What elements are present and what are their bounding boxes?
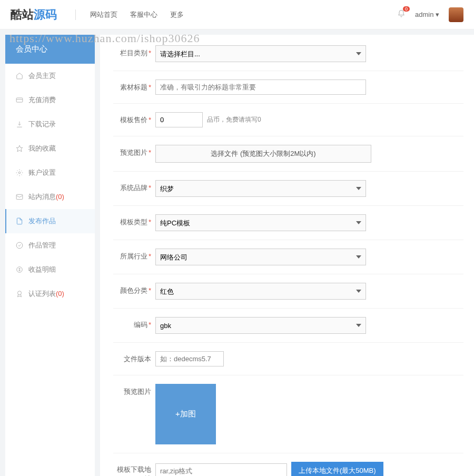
nav-service[interactable]: 客服中心	[130, 10, 157, 19]
credit-icon	[16, 96, 23, 104]
label-download: 模板下载地址	[113, 462, 155, 476]
svg-marker-2	[16, 145, 23, 152]
add-image-button[interactable]: +加图	[155, 384, 216, 444]
sidebar-item-8[interactable]: 收益明细	[5, 257, 95, 282]
download-icon	[16, 121, 23, 128]
check-icon	[16, 242, 23, 249]
logo[interactable]: 酷站源码	[11, 7, 57, 23]
sidebar-item-9[interactable]: 认证列表(0)	[5, 282, 95, 306]
input-price[interactable]	[155, 112, 203, 127]
gear-icon	[16, 169, 23, 176]
select-encoding[interactable]: gbk	[155, 317, 366, 334]
label-color: 颜色分类*	[113, 283, 155, 295]
home-icon	[16, 72, 23, 80]
select-color[interactable]: 红色	[155, 283, 366, 300]
svg-rect-0	[16, 98, 23, 102]
label-price: 模板售价*	[113, 112, 155, 125]
sidebar-item-label: 充值消费	[28, 95, 56, 105]
svg-rect-4	[16, 194, 23, 199]
sidebar-item-label: 会员主页	[28, 71, 56, 81]
nav-home[interactable]: 网站首页	[90, 10, 117, 19]
label-tpltype: 模板类型*	[113, 214, 155, 227]
main-form: 栏目类别* 请选择栏目... 素材标题* 模板售价* 品币，免费请填写0 预览图…	[100, 35, 474, 476]
sidebar-item-label: 认证列表(0)	[28, 289, 64, 299]
hint-price: 品币，免费请填写0	[207, 115, 261, 124]
sidebar-item-label: 我的收藏	[28, 144, 56, 153]
select-brand[interactable]: 织梦	[155, 180, 366, 197]
sidebar-item-label: 作品管理	[28, 241, 56, 250]
mail-icon	[16, 193, 23, 201]
sidebar-item-0[interactable]: 会员主页	[5, 64, 95, 88]
label-industry: 所属行业*	[113, 249, 155, 261]
top-header: 酷站源码 网站首页 客服中心 更多 0 admin ▾	[0, 0, 474, 29]
nav-more[interactable]: 更多	[170, 10, 184, 19]
star-icon	[16, 145, 23, 152]
coin-icon	[16, 266, 23, 273]
notif-badge: 0	[403, 6, 410, 12]
user-menu[interactable]: admin ▾	[415, 11, 439, 18]
input-download[interactable]	[155, 463, 287, 477]
sidebar: 会员中心 会员主页充值消费下载记录我的收藏账户设置站内消息(0)发布作品作品管理…	[5, 35, 95, 476]
svg-point-3	[18, 172, 21, 174]
sidebar-item-2[interactable]: 下载记录	[5, 112, 95, 136]
avatar[interactable]	[449, 7, 463, 22]
label-title: 素材标题*	[113, 80, 155, 92]
label-encoding: 编码*	[113, 317, 155, 330]
label-preview: 预览图片*	[113, 145, 155, 157]
file-select-button[interactable]: 选择文件 (预览图大小限制2M以内)	[155, 145, 371, 163]
sidebar-item-label: 发布作品	[28, 216, 56, 226]
svg-point-7	[18, 291, 22, 295]
sidebar-item-7[interactable]: 作品管理	[5, 233, 95, 257]
sidebar-item-5[interactable]: 站内消息(0)	[5, 185, 95, 209]
svg-point-5	[16, 242, 23, 249]
label-previewimg: 预览图片	[113, 384, 155, 396]
select-category[interactable]: 请选择栏目...	[155, 45, 366, 62]
label-category: 栏目类别*	[113, 45, 155, 58]
sidebar-item-3[interactable]: 我的收藏	[5, 136, 95, 161]
upload-button[interactable]: 上传本地文件(最大50MB)	[291, 462, 383, 476]
sidebar-item-label: 下载记录	[28, 120, 56, 129]
sidebar-item-4[interactable]: 账户设置	[5, 161, 95, 185]
sidebar-item-label: 收益明细	[28, 265, 56, 274]
doc-icon	[16, 217, 23, 225]
input-version[interactable]	[155, 351, 224, 366]
input-title[interactable]	[155, 80, 366, 95]
bell-icon[interactable]: 0	[397, 9, 406, 20]
sidebar-title: 会员中心	[5, 35, 95, 64]
select-tpltype[interactable]: 纯PC模板	[155, 214, 366, 231]
divider	[75, 9, 76, 20]
label-version: 文件版本	[113, 351, 155, 364]
label-brand: 系统品牌*	[113, 180, 155, 193]
sidebar-item-1[interactable]: 充值消费	[5, 88, 95, 112]
sidebar-item-label: 站内消息(0)	[28, 192, 64, 202]
badge-icon	[16, 290, 23, 298]
select-industry[interactable]: 网络公司	[155, 249, 366, 265]
sidebar-item-label: 账户设置	[28, 168, 56, 177]
sidebar-item-6[interactable]: 发布作品	[5, 209, 95, 233]
